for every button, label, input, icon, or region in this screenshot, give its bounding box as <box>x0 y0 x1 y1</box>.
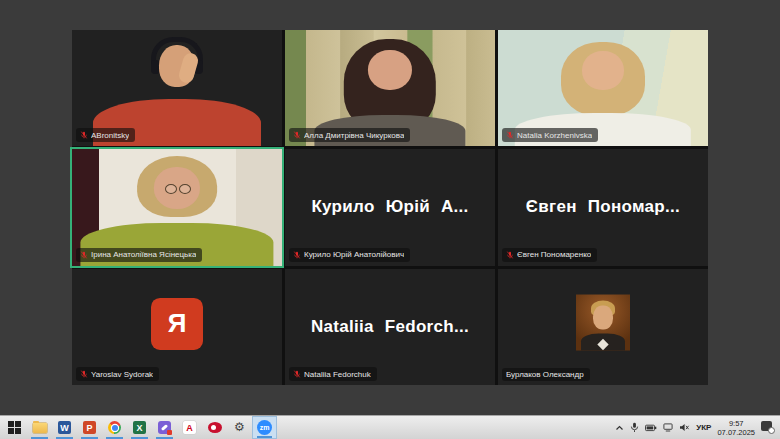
excel-letter-icon: X <box>133 421 146 434</box>
settings-icon[interactable] <box>227 416 252 439</box>
participant-tile-abronitsky[interactable]: ABronitsky <box>72 30 282 146</box>
tray-chevron-up-icon[interactable] <box>615 424 624 432</box>
participant-name: Алла Дмитрівна Чикуркова <box>304 131 404 140</box>
notification-badge <box>768 427 775 434</box>
participant-name-tag: Алла Дмитрівна Чикуркова <box>289 128 410 142</box>
participant-name-tag: Євген Пономаренко <box>502 248 597 262</box>
participant-name-tag: Ірина Анатоліївна Ясінецька <box>76 248 202 262</box>
muted-mic-icon <box>80 250 88 260</box>
participant-name: Nataliia Fedorchuk <box>304 370 371 379</box>
viber-logo-icon <box>158 421 171 434</box>
chrome-icon[interactable] <box>102 416 127 439</box>
participant-name: Ірина Анатоліївна Ясінецька <box>91 250 196 259</box>
participant-name: Yaroslav Sydorak <box>91 370 153 379</box>
participant-name: Євген Пономаренко <box>517 250 591 259</box>
participant-name-tag: Yaroslav Sydorak <box>76 367 159 381</box>
windows-logo-icon <box>8 421 21 434</box>
chrome-logo-icon <box>108 421 121 434</box>
tray-date: 07.07.2025 <box>717 428 755 437</box>
participant-name: Бурлаков Олександр <box>506 370 584 379</box>
muted-mic-icon <box>293 130 301 140</box>
system-tray: УКР 9:57 07.07.2025 <box>615 416 780 439</box>
muted-mic-icon <box>506 250 514 260</box>
word-icon[interactable]: W <box>52 416 77 439</box>
participant-name-tag: Курило Юрій Анатолійович <box>289 248 410 262</box>
participant-name: ABronitsky <box>91 131 129 140</box>
powerpoint-icon[interactable]: P <box>77 416 102 439</box>
muted-mic-icon <box>80 130 88 140</box>
participant-tile-chykurkova[interactable]: Алла Дмитрівна Чикуркова <box>285 30 495 146</box>
tray-network-icon[interactable] <box>663 423 673 432</box>
participant-name: Natalia Korzhenivska <box>517 131 592 140</box>
tray-battery-icon[interactable] <box>645 424 657 432</box>
participant-name: Курило Юрій Анатолійович <box>304 250 404 259</box>
zoom-meeting-window: ABronitsky Алла Дмитрівна Чикуркова Nata… <box>0 0 780 415</box>
participant-name-tag: Nataliia Fedorchuk <box>289 367 377 381</box>
muted-mic-icon <box>80 369 88 379</box>
participant-name-tag: Бурлаков Олександр <box>502 368 590 381</box>
zoom-logo-icon: zm <box>257 420 272 435</box>
tray-clock[interactable]: 9:57 07.07.2025 <box>717 419 755 437</box>
file-explorer-icon[interactable] <box>27 416 52 439</box>
red-c-logo-icon <box>208 422 222 433</box>
red-c-app-icon[interactable] <box>202 416 227 439</box>
tray-notification-icon[interactable] <box>761 421 775 434</box>
muted-mic-icon <box>506 130 514 140</box>
participant-tile-sydorak[interactable]: Я Yaroslav Sydorak <box>72 269 282 385</box>
taskbar-app-icons: W P X A zm <box>0 416 277 439</box>
acrobat-letter-icon: A <box>183 421 196 434</box>
tray-microphone-icon[interactable] <box>630 422 639 433</box>
start-button[interactable] <box>2 416 27 439</box>
muted-mic-icon <box>293 369 301 379</box>
participant-tile-fedorchuk[interactable]: Nataliia Fedorch... Nataliia Fedorchuk <box>285 269 495 385</box>
viber-icon[interactable] <box>152 416 177 439</box>
profile-photo-avatar <box>576 294 630 350</box>
participant-tile-korzhenivska[interactable]: Natalia Korzhenivska <box>498 30 708 146</box>
participant-tile-yasinetska-active-speaker[interactable]: Ірина Анатоліївна Ясінецька <box>72 149 282 265</box>
participant-tile-burlakov[interactable]: Бурлаков Олександр <box>498 269 708 385</box>
gear-icon <box>233 421 246 434</box>
powerpoint-letter-icon: P <box>83 421 96 434</box>
excel-icon[interactable]: X <box>127 416 152 439</box>
tray-time: 9:57 <box>717 419 755 428</box>
letter-avatar: Я <box>151 298 203 350</box>
tray-language-indicator[interactable]: УКР <box>696 423 711 432</box>
participant-name-tag: Natalia Korzhenivska <box>502 128 598 142</box>
windows-taskbar: W P X A zm УКР 9:57 07.07.2025 <box>0 415 780 439</box>
acrobat-icon[interactable]: A <box>177 416 202 439</box>
participant-name-tag: ABronitsky <box>76 128 135 142</box>
folder-icon <box>33 423 47 433</box>
zoom-app-icon[interactable]: zm <box>252 416 277 439</box>
tray-volume-muted-icon[interactable] <box>679 423 690 432</box>
muted-mic-icon <box>293 250 301 260</box>
participant-tile-kurylo[interactable]: Курило Юрій А... Курило Юрій Анатолійови… <box>285 149 495 265</box>
participant-gallery: ABronitsky Алла Дмитрівна Чикуркова Nata… <box>72 30 708 385</box>
participant-tile-ponomarenko[interactable]: Євген Пономар... Євген Пономаренко <box>498 149 708 265</box>
word-letter-icon: W <box>58 421 71 434</box>
